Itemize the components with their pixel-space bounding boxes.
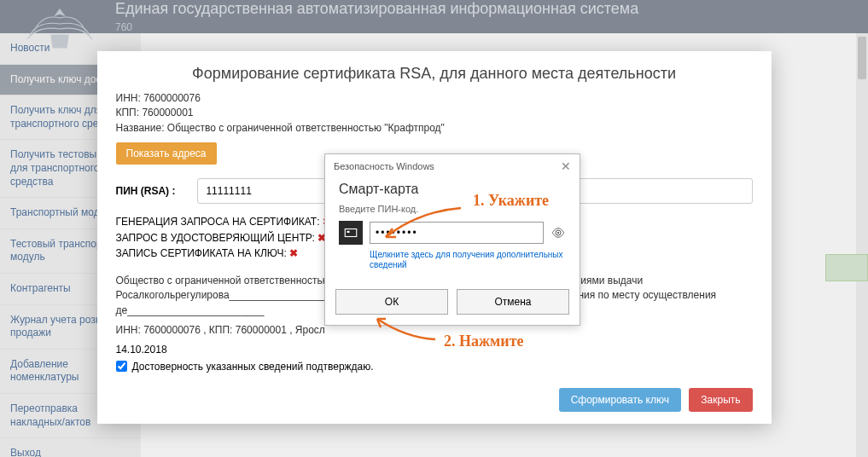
name-label: Название: [116,122,165,134]
reveal-password-icon[interactable] [551,225,566,240]
ok-button[interactable]: ОК [335,289,448,315]
status-write: ЗАПИСЬ СЕРТИФИКАТА НА КЛЮЧ: [116,247,287,259]
modal-title: Формирование сертификата RSA, для данног… [116,65,753,83]
confirm-checkbox[interactable] [116,361,127,372]
show-addresses-button[interactable]: Показать адреса [116,142,217,165]
svg-rect-1 [347,231,350,233]
confirm-label: Достоверность указанных сведений подтвер… [132,361,374,373]
confirm-row: Достоверность указанных сведений подтвер… [116,361,753,373]
arrow-icon [376,203,469,246]
x-icon: ✖ [289,247,298,259]
close-icon[interactable]: ✕ [561,159,571,173]
cancel-button[interactable]: Отмена [457,289,569,315]
name-value: Общество с ограниченной ответственностью… [167,122,445,134]
svg-point-2 [557,232,559,234]
modal-footer: Сформировать ключ Закрыть [116,388,753,412]
kpp-value: 760000001 [142,107,193,119]
inn-label: ИНН: [116,92,141,104]
dialog-titlebar: Безопасность Windows ✕ [325,154,580,178]
dialog-buttons: ОК Отмена [325,281,580,325]
svg-rect-0 [345,229,357,237]
close-button[interactable]: Закрыть [689,388,752,412]
status-req: ЗАПРОС В УДОСТОВЕРЯЮЩИЙ ЦЕНТР: [116,232,315,244]
inn-value: 7600000076 [143,92,201,104]
kpp-label: КПП: [116,107,140,119]
more-info-link[interactable]: Щелкните здесь для получения дополнитель… [370,250,566,270]
status-gen: ГЕНЕРАЦИЯ ЗАПРОСА НА СЕРТИФИКАТ: [116,216,320,228]
dialog-heading: Смарт-карта [339,182,566,197]
org-info: ИНН: 7600000076 КПП: 760000001 Название:… [116,91,753,136]
pin-label: ПИН (RSA) : [116,185,176,197]
arrow-icon [367,314,444,348]
dialog-title: Безопасность Windows [334,161,434,171]
smartcard-icon [339,221,363,245]
generate-key-button[interactable]: Сформировать ключ [559,388,681,412]
